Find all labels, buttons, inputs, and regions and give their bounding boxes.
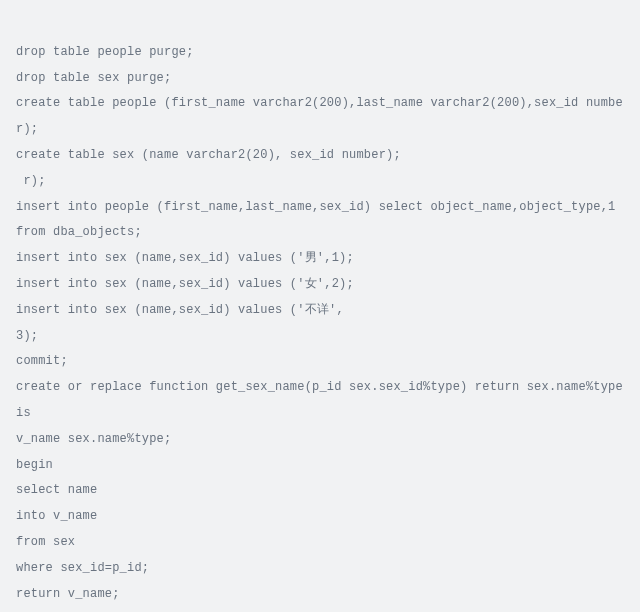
code-line: create table sex (name varchar2(20), sex… <box>16 148 401 162</box>
code-line: 3); <box>16 329 38 343</box>
sql-code-block: drop table people purge; drop table sex … <box>16 14 624 612</box>
code-line: into v_name <box>16 509 97 523</box>
code-line: insert into sex (name,sex_id) values ('男… <box>16 251 354 265</box>
code-line: create table people (first_name varchar2… <box>16 96 623 136</box>
code-line: commit; <box>16 354 68 368</box>
code-line: drop table sex purge; <box>16 71 171 85</box>
code-line: from sex <box>16 535 75 549</box>
code-line: create or replace function get_sex_name(… <box>16 380 630 420</box>
code-line: insert into sex (name,sex_id) values ('女… <box>16 277 354 291</box>
code-line: insert into sex (name,sex_id) values ('不… <box>16 303 344 317</box>
code-line: return v_name; <box>16 587 120 601</box>
code-line: begin <box>16 458 53 472</box>
code-line: drop table people purge; <box>16 45 194 59</box>
code-line: r); <box>16 174 46 188</box>
code-line: select name <box>16 483 97 497</box>
code-line: where sex_id=p_id; <box>16 561 149 575</box>
code-line: v_name sex.name%type; <box>16 432 171 446</box>
code-line: insert into people (first_name,last_name… <box>16 200 623 240</box>
